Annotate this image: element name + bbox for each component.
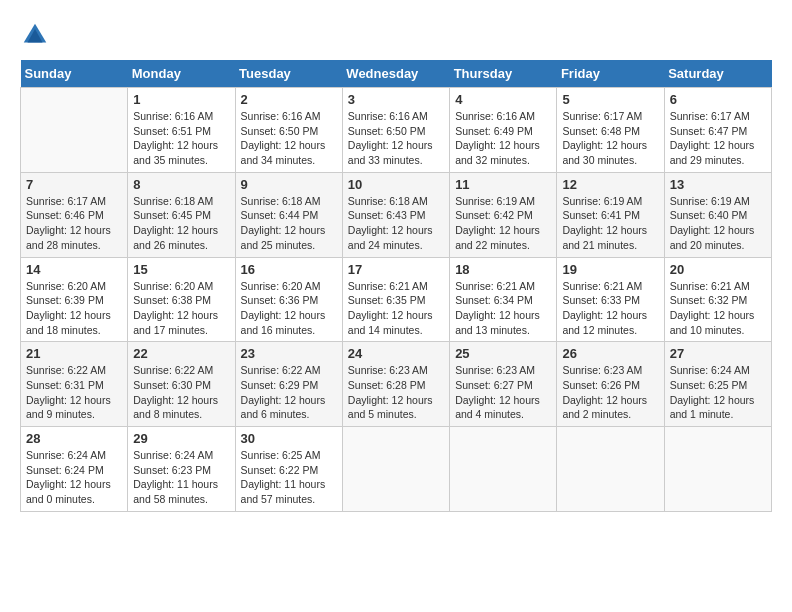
week-row-1: 1Sunrise: 6:16 AM Sunset: 6:51 PM Daylig… bbox=[21, 88, 772, 173]
calendar-cell: 14Sunrise: 6:20 AM Sunset: 6:39 PM Dayli… bbox=[21, 257, 128, 342]
calendar-cell bbox=[664, 427, 771, 512]
calendar-cell: 4Sunrise: 6:16 AM Sunset: 6:49 PM Daylig… bbox=[450, 88, 557, 173]
day-info: Sunrise: 6:22 AM Sunset: 6:29 PM Dayligh… bbox=[241, 363, 337, 422]
day-number: 28 bbox=[26, 431, 122, 446]
calendar-cell bbox=[557, 427, 664, 512]
calendar-cell: 29Sunrise: 6:24 AM Sunset: 6:23 PM Dayli… bbox=[128, 427, 235, 512]
day-info: Sunrise: 6:16 AM Sunset: 6:50 PM Dayligh… bbox=[241, 109, 337, 168]
calendar-cell: 2Sunrise: 6:16 AM Sunset: 6:50 PM Daylig… bbox=[235, 88, 342, 173]
day-number: 6 bbox=[670, 92, 766, 107]
calendar-cell: 21Sunrise: 6:22 AM Sunset: 6:31 PM Dayli… bbox=[21, 342, 128, 427]
calendar-table: SundayMondayTuesdayWednesdayThursdayFrid… bbox=[20, 60, 772, 512]
day-info: Sunrise: 6:21 AM Sunset: 6:34 PM Dayligh… bbox=[455, 279, 551, 338]
calendar-cell: 3Sunrise: 6:16 AM Sunset: 6:50 PM Daylig… bbox=[342, 88, 449, 173]
header-sunday: Sunday bbox=[21, 60, 128, 88]
header-wednesday: Wednesday bbox=[342, 60, 449, 88]
day-number: 21 bbox=[26, 346, 122, 361]
day-number: 2 bbox=[241, 92, 337, 107]
day-info: Sunrise: 6:20 AM Sunset: 6:36 PM Dayligh… bbox=[241, 279, 337, 338]
day-info: Sunrise: 6:19 AM Sunset: 6:40 PM Dayligh… bbox=[670, 194, 766, 253]
day-info: Sunrise: 6:17 AM Sunset: 6:47 PM Dayligh… bbox=[670, 109, 766, 168]
day-info: Sunrise: 6:17 AM Sunset: 6:48 PM Dayligh… bbox=[562, 109, 658, 168]
day-number: 7 bbox=[26, 177, 122, 192]
day-info: Sunrise: 6:21 AM Sunset: 6:35 PM Dayligh… bbox=[348, 279, 444, 338]
day-info: Sunrise: 6:17 AM Sunset: 6:46 PM Dayligh… bbox=[26, 194, 122, 253]
day-info: Sunrise: 6:22 AM Sunset: 6:30 PM Dayligh… bbox=[133, 363, 229, 422]
day-info: Sunrise: 6:18 AM Sunset: 6:44 PM Dayligh… bbox=[241, 194, 337, 253]
day-info: Sunrise: 6:22 AM Sunset: 6:31 PM Dayligh… bbox=[26, 363, 122, 422]
day-number: 25 bbox=[455, 346, 551, 361]
calendar-cell: 1Sunrise: 6:16 AM Sunset: 6:51 PM Daylig… bbox=[128, 88, 235, 173]
day-number: 8 bbox=[133, 177, 229, 192]
header-saturday: Saturday bbox=[664, 60, 771, 88]
day-number: 12 bbox=[562, 177, 658, 192]
calendar-cell: 30Sunrise: 6:25 AM Sunset: 6:22 PM Dayli… bbox=[235, 427, 342, 512]
calendar-cell: 17Sunrise: 6:21 AM Sunset: 6:35 PM Dayli… bbox=[342, 257, 449, 342]
day-number: 20 bbox=[670, 262, 766, 277]
day-number: 26 bbox=[562, 346, 658, 361]
day-number: 11 bbox=[455, 177, 551, 192]
calendar-cell: 15Sunrise: 6:20 AM Sunset: 6:38 PM Dayli… bbox=[128, 257, 235, 342]
header-friday: Friday bbox=[557, 60, 664, 88]
day-number: 5 bbox=[562, 92, 658, 107]
day-number: 19 bbox=[562, 262, 658, 277]
day-info: Sunrise: 6:21 AM Sunset: 6:32 PM Dayligh… bbox=[670, 279, 766, 338]
calendar-cell: 28Sunrise: 6:24 AM Sunset: 6:24 PM Dayli… bbox=[21, 427, 128, 512]
day-info: Sunrise: 6:16 AM Sunset: 6:51 PM Dayligh… bbox=[133, 109, 229, 168]
day-info: Sunrise: 6:23 AM Sunset: 6:27 PM Dayligh… bbox=[455, 363, 551, 422]
logo-icon bbox=[20, 20, 50, 50]
day-info: Sunrise: 6:24 AM Sunset: 6:23 PM Dayligh… bbox=[133, 448, 229, 507]
calendar-cell: 26Sunrise: 6:23 AM Sunset: 6:26 PM Dayli… bbox=[557, 342, 664, 427]
day-info: Sunrise: 6:18 AM Sunset: 6:43 PM Dayligh… bbox=[348, 194, 444, 253]
day-number: 10 bbox=[348, 177, 444, 192]
calendar-cell: 9Sunrise: 6:18 AM Sunset: 6:44 PM Daylig… bbox=[235, 172, 342, 257]
calendar-cell: 19Sunrise: 6:21 AM Sunset: 6:33 PM Dayli… bbox=[557, 257, 664, 342]
calendar-cell: 23Sunrise: 6:22 AM Sunset: 6:29 PM Dayli… bbox=[235, 342, 342, 427]
calendar-cell: 7Sunrise: 6:17 AM Sunset: 6:46 PM Daylig… bbox=[21, 172, 128, 257]
day-info: Sunrise: 6:24 AM Sunset: 6:24 PM Dayligh… bbox=[26, 448, 122, 507]
calendar-cell: 6Sunrise: 6:17 AM Sunset: 6:47 PM Daylig… bbox=[664, 88, 771, 173]
calendar-cell: 12Sunrise: 6:19 AM Sunset: 6:41 PM Dayli… bbox=[557, 172, 664, 257]
day-number: 18 bbox=[455, 262, 551, 277]
calendar-cell: 16Sunrise: 6:20 AM Sunset: 6:36 PM Dayli… bbox=[235, 257, 342, 342]
calendar-cell: 18Sunrise: 6:21 AM Sunset: 6:34 PM Dayli… bbox=[450, 257, 557, 342]
header-monday: Monday bbox=[128, 60, 235, 88]
day-number: 1 bbox=[133, 92, 229, 107]
day-info: Sunrise: 6:23 AM Sunset: 6:26 PM Dayligh… bbox=[562, 363, 658, 422]
day-info: Sunrise: 6:19 AM Sunset: 6:41 PM Dayligh… bbox=[562, 194, 658, 253]
week-row-2: 7Sunrise: 6:17 AM Sunset: 6:46 PM Daylig… bbox=[21, 172, 772, 257]
day-info: Sunrise: 6:25 AM Sunset: 6:22 PM Dayligh… bbox=[241, 448, 337, 507]
day-info: Sunrise: 6:16 AM Sunset: 6:49 PM Dayligh… bbox=[455, 109, 551, 168]
day-number: 3 bbox=[348, 92, 444, 107]
day-info: Sunrise: 6:24 AM Sunset: 6:25 PM Dayligh… bbox=[670, 363, 766, 422]
calendar-cell: 10Sunrise: 6:18 AM Sunset: 6:43 PM Dayli… bbox=[342, 172, 449, 257]
day-info: Sunrise: 6:21 AM Sunset: 6:33 PM Dayligh… bbox=[562, 279, 658, 338]
day-number: 30 bbox=[241, 431, 337, 446]
calendar-cell: 5Sunrise: 6:17 AM Sunset: 6:48 PM Daylig… bbox=[557, 88, 664, 173]
calendar-cell: 11Sunrise: 6:19 AM Sunset: 6:42 PM Dayli… bbox=[450, 172, 557, 257]
calendar-header-row: SundayMondayTuesdayWednesdayThursdayFrid… bbox=[21, 60, 772, 88]
week-row-5: 28Sunrise: 6:24 AM Sunset: 6:24 PM Dayli… bbox=[21, 427, 772, 512]
logo bbox=[20, 20, 54, 50]
day-number: 29 bbox=[133, 431, 229, 446]
day-number: 14 bbox=[26, 262, 122, 277]
day-number: 24 bbox=[348, 346, 444, 361]
day-info: Sunrise: 6:16 AM Sunset: 6:50 PM Dayligh… bbox=[348, 109, 444, 168]
day-number: 27 bbox=[670, 346, 766, 361]
day-number: 23 bbox=[241, 346, 337, 361]
calendar-cell: 13Sunrise: 6:19 AM Sunset: 6:40 PM Dayli… bbox=[664, 172, 771, 257]
header-thursday: Thursday bbox=[450, 60, 557, 88]
calendar-cell: 20Sunrise: 6:21 AM Sunset: 6:32 PM Dayli… bbox=[664, 257, 771, 342]
calendar-cell: 25Sunrise: 6:23 AM Sunset: 6:27 PM Dayli… bbox=[450, 342, 557, 427]
week-row-4: 21Sunrise: 6:22 AM Sunset: 6:31 PM Dayli… bbox=[21, 342, 772, 427]
week-row-3: 14Sunrise: 6:20 AM Sunset: 6:39 PM Dayli… bbox=[21, 257, 772, 342]
day-info: Sunrise: 6:23 AM Sunset: 6:28 PM Dayligh… bbox=[348, 363, 444, 422]
day-number: 22 bbox=[133, 346, 229, 361]
day-number: 16 bbox=[241, 262, 337, 277]
day-info: Sunrise: 6:18 AM Sunset: 6:45 PM Dayligh… bbox=[133, 194, 229, 253]
calendar-cell: 24Sunrise: 6:23 AM Sunset: 6:28 PM Dayli… bbox=[342, 342, 449, 427]
day-info: Sunrise: 6:20 AM Sunset: 6:38 PM Dayligh… bbox=[133, 279, 229, 338]
day-info: Sunrise: 6:20 AM Sunset: 6:39 PM Dayligh… bbox=[26, 279, 122, 338]
header-tuesday: Tuesday bbox=[235, 60, 342, 88]
calendar-cell bbox=[21, 88, 128, 173]
